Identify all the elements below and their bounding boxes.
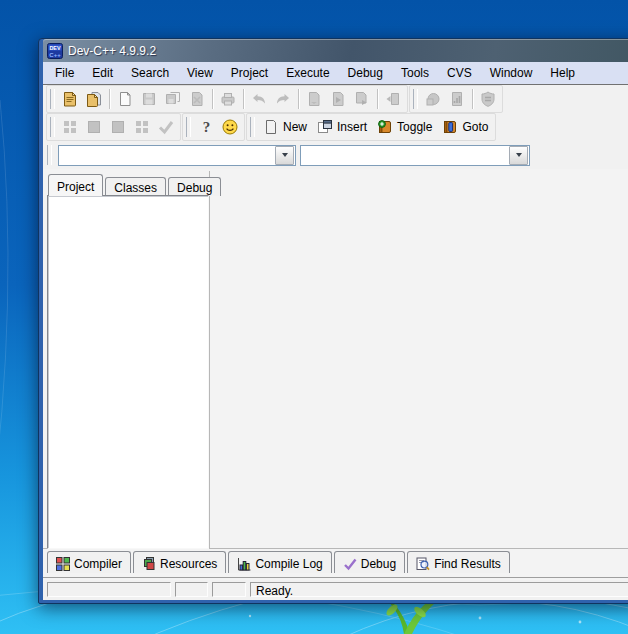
tab-project[interactable]: Project (48, 174, 103, 196)
save-button[interactable] (137, 87, 161, 111)
redo-button[interactable] (271, 87, 295, 111)
menu-help[interactable]: Help (541, 63, 584, 83)
menu-cvs[interactable]: CVS (438, 63, 481, 83)
new-project-button[interactable] (58, 87, 82, 111)
print-button[interactable] (216, 87, 240, 111)
new-project-icon (61, 90, 79, 108)
toolbar-gripper[interactable] (47, 145, 52, 165)
open-button[interactable] (82, 87, 106, 111)
redo-icon (274, 90, 292, 108)
tab-compiler[interactable]: Compiler (47, 551, 131, 573)
tab-find-results[interactable]: Find Results (407, 551, 510, 573)
window-title: Dev-C++ 4.9.9.2 (68, 44, 156, 58)
toolbar-band-help: ? (182, 113, 245, 141)
tab-debug-report-label: Debug (361, 557, 396, 571)
chevron-down-icon (516, 153, 522, 157)
statusbar: Ready. (43, 580, 628, 600)
menu-file[interactable]: File (46, 63, 83, 83)
toolbar-separator (109, 89, 110, 109)
svg-text:DEV: DEV (49, 45, 60, 51)
toolbar-gripper[interactable] (186, 117, 191, 137)
rebuild-all-button[interactable] (381, 87, 405, 111)
about-button[interactable] (218, 115, 242, 139)
toolbar-separator (377, 89, 378, 109)
svg-text:C++: C++ (49, 51, 61, 57)
compile-and-run-button[interactable] (350, 87, 374, 111)
add-to-project-button[interactable] (82, 115, 106, 139)
compiler-combobox[interactable] (58, 145, 296, 166)
new-unit-button[interactable] (58, 115, 82, 139)
new-file-icon (263, 119, 279, 135)
menu-search[interactable]: Search (122, 63, 178, 83)
project-tree-panel[interactable] (47, 195, 209, 549)
class-combobox[interactable] (300, 145, 530, 166)
toolbar-band-project (46, 113, 181, 141)
svg-text:?: ? (203, 119, 211, 135)
toggle-bookmark-button[interactable]: Toggle (372, 115, 437, 139)
toggle-bookmark-label: Toggle (397, 120, 432, 134)
chevron-down-icon (282, 153, 288, 157)
compile-log-icon (237, 557, 251, 571)
goto-bookmark-button[interactable]: Goto (437, 115, 493, 139)
undo-icon (250, 90, 268, 108)
resources-icon (142, 557, 156, 571)
titlebar[interactable]: DEV C++ Dev-C++ 4.9.9.2 (43, 39, 628, 62)
toolbar-separator (243, 89, 244, 109)
goto-bookmark-label: Goto (462, 120, 488, 134)
undo-button[interactable] (247, 87, 271, 111)
find-results-icon (416, 557, 430, 571)
new-source-file-button[interactable] (113, 87, 137, 111)
debug-run-button[interactable] (421, 87, 445, 111)
tab-debug[interactable]: Debug (168, 177, 221, 196)
compiler-combobox-dropdown-button[interactable] (275, 146, 294, 165)
menu-execute[interactable]: Execute (277, 63, 338, 83)
toolbar-main (43, 85, 628, 113)
check-syntax-button[interactable] (154, 115, 178, 139)
program-reset-button[interactable] (476, 87, 500, 111)
devcpp-window: DEV C++ Dev-C++ 4.9.9.2 File Edit Search… (38, 38, 628, 604)
project-options-icon (133, 118, 151, 136)
help-button[interactable]: ? (194, 115, 218, 139)
vertical-splitter[interactable] (209, 171, 210, 548)
toolbar-gripper[interactable] (50, 89, 55, 109)
toolbar-separator (212, 89, 213, 109)
toolbar-gripper[interactable] (250, 117, 255, 137)
toolbar-gripper[interactable] (413, 89, 418, 109)
statusbar-pane-1 (47, 582, 171, 597)
compile-button[interactable] (302, 87, 326, 111)
profile-icon (448, 90, 466, 108)
remove-from-project-button[interactable] (106, 115, 130, 139)
toolbar-specials-row: ? New (43, 113, 628, 141)
menu-project[interactable]: Project (222, 63, 277, 83)
check-syntax-icon (157, 118, 175, 136)
debug-run-icon (424, 90, 442, 108)
profile-button[interactable] (445, 87, 469, 111)
tab-project-label: Project (57, 180, 94, 194)
print-icon (219, 90, 237, 108)
compile-icon (305, 90, 323, 108)
tab-classes[interactable]: Classes (105, 177, 166, 196)
close-file-button[interactable] (185, 87, 209, 111)
class-combobox-dropdown-button[interactable] (509, 146, 528, 165)
tab-debug-report[interactable]: Debug (334, 551, 405, 573)
tab-classes-label: Classes (114, 181, 157, 195)
tab-compile-log-label: Compile Log (255, 557, 322, 571)
save-icon (140, 90, 158, 108)
insert-snippet-icon (317, 119, 333, 135)
new-file-button[interactable]: New (258, 115, 312, 139)
toolbar-gripper[interactable] (50, 117, 55, 137)
project-options-button[interactable] (130, 115, 154, 139)
menu-window[interactable]: Window (481, 63, 542, 83)
menu-debug[interactable]: Debug (339, 63, 392, 83)
save-all-button[interactable] (161, 87, 185, 111)
window-content: File Edit Search View Project Execute De… (43, 62, 628, 596)
menu-edit[interactable]: Edit (83, 63, 122, 83)
menu-view[interactable]: View (178, 63, 222, 83)
run-button[interactable] (326, 87, 350, 111)
tab-resources[interactable]: Resources (133, 551, 226, 573)
menu-tools[interactable]: Tools (392, 63, 438, 83)
toolbar-separator (472, 89, 473, 109)
tab-compile-log[interactable]: Compile Log (228, 551, 331, 573)
toolbar-band-bookmarks: New Insert (246, 113, 496, 141)
insert-snippet-button[interactable]: Insert (312, 115, 372, 139)
